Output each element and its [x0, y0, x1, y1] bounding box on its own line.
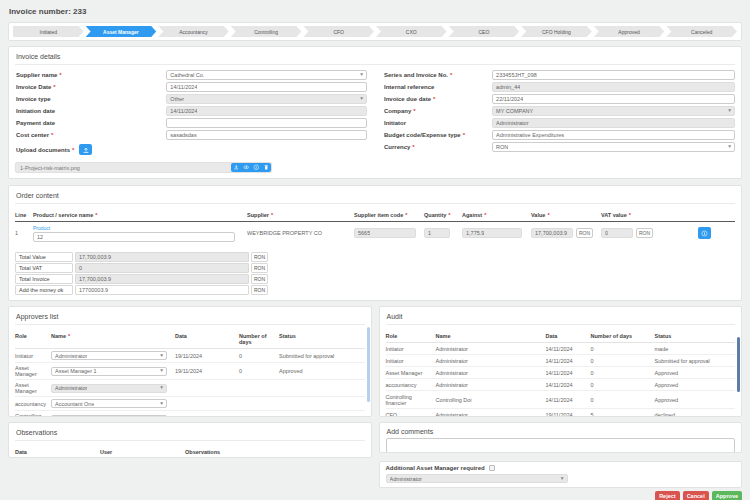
audit-scrollbar[interactable]: [737, 337, 740, 392]
add-comments-title: Add comments: [386, 426, 736, 438]
field-label-currency: Currency*: [383, 144, 492, 150]
order-col-vat-value: VAT value*: [601, 212, 679, 218]
total-value-total-value: 17,700,003.9: [75, 252, 249, 262]
required-asterisk: *: [271, 212, 273, 218]
file-eye-button[interactable]: [241, 163, 251, 172]
total-row-total-vat: Total VAT0RON: [15, 263, 735, 273]
supplier-item-code-cell: 5665: [354, 228, 424, 238]
field-label-invoice-date: Invoice Date*: [15, 84, 166, 90]
approvers-col-status: Status: [279, 333, 365, 345]
audit-status: made: [655, 346, 736, 352]
audit-name: Controlling Doi: [436, 397, 546, 403]
page-title: Invoice number: 233: [8, 0, 742, 22]
total-label-total-invoice: Total Invoice: [15, 274, 73, 284]
currency-select[interactable]: RON▾: [492, 142, 735, 152]
audit-role: CFO: [386, 412, 436, 418]
field-row-budget-code-expense-type: Budget code/Expense type*Administrative …: [383, 130, 735, 140]
workflow-step-canceled[interactable]: Canceled: [666, 26, 737, 37]
value-cell: 17,700,003.9RON: [531, 228, 601, 238]
audit-row: accountancyAdministrator14/11/20240Appro…: [386, 379, 736, 391]
audit-days: 0: [591, 397, 655, 403]
approvers-table-header: RoleName*DataNumber of daysStatus: [15, 330, 365, 349]
order-table-body: 1Product12WEYBRIDGE PROPERTY CO566511,77…: [15, 222, 735, 246]
additional-asset-manager-checkbox[interactable]: [489, 465, 495, 471]
workflow-step-approved[interactable]: Approved: [594, 26, 665, 37]
workflow-step-cfo-holding[interactable]: CFO Holding: [521, 26, 592, 37]
supplier-name-select[interactable]: Cathedral Co.▾: [166, 70, 367, 80]
workflow-step-asset-manager[interactable]: Asset Manager: [86, 26, 157, 37]
workflow-step-initiated[interactable]: Initiated: [13, 26, 84, 37]
approver-date: 19/11/2024: [175, 368, 239, 374]
approver-name-select[interactable]: Administrator▾: [51, 351, 167, 360]
audit-card: Audit RoleNameDataNumber of daysStatus I…: [379, 306, 743, 417]
cost-center-input[interactable]: sasadsdas: [166, 130, 367, 140]
invoice-due-date-input[interactable]: 22/11/2024: [492, 94, 735, 104]
cancel-button[interactable]: Cancel: [683, 491, 709, 500]
field-value-invoice-due-date: 22/11/2024: [496, 96, 523, 102]
audit-name: Administrator: [436, 382, 546, 388]
workflow-step-controlling[interactable]: Controlling: [231, 26, 302, 37]
approver-row: Asset ManagerAsset Manager 1▾19/11/20240…: [15, 363, 365, 380]
workflow-step-cxo[interactable]: CXO: [376, 26, 447, 37]
required-asterisk: *: [547, 212, 549, 218]
file-info-button[interactable]: [251, 163, 261, 172]
field-value-budget-code-expense-type: Administrative Expenditures: [496, 132, 564, 138]
required-asterisk: *: [448, 212, 450, 218]
chevron-down-icon: ▾: [160, 353, 163, 359]
approver-status: Submitted for approval: [279, 353, 365, 359]
additional-asset-manager-select[interactable]: Administrator ▾: [386, 474, 568, 483]
product-link[interactable]: Product: [33, 225, 50, 231]
approver-name-select[interactable]: Asset Manager 1▾: [51, 367, 167, 376]
file-trash-button[interactable]: [261, 163, 271, 172]
reject-button[interactable]: Reject: [655, 491, 680, 500]
approver-name-select[interactable]: Accountant One▾: [51, 399, 167, 408]
required-asterisk: *: [413, 108, 415, 114]
approver-role: Asset Manager: [15, 365, 51, 377]
workflow-step-cfo[interactable]: CFO: [303, 26, 374, 37]
approvers-col-role: Role: [15, 333, 51, 345]
approver-name-select[interactable]: Controlling Do▾: [51, 415, 167, 418]
approve-button[interactable]: Approve: [712, 491, 742, 500]
initiator-input: Administrator: [492, 118, 735, 128]
series-and-invoice-no-input[interactable]: 233455JHT_098: [492, 70, 735, 80]
file-download-button[interactable]: [231, 163, 241, 172]
workflow-step-accountancy[interactable]: Accountancy: [158, 26, 229, 37]
chevron-down-icon: ▾: [160, 368, 163, 374]
required-asterisk: *: [484, 212, 486, 218]
order-line-info-button[interactable]: [698, 227, 711, 239]
order-col-value: Value*: [531, 212, 601, 218]
approvers-scrollbar[interactable]: [367, 327, 370, 402]
chevron-down-icon: ▾: [561, 476, 564, 482]
comments-textarea[interactable]: [386, 438, 736, 453]
order-table-header: LineProduct / service name*Supplier*Supp…: [15, 209, 735, 222]
field-row-supplier-name: Supplier name*Cathedral Co.▾: [15, 70, 367, 80]
invoice-date-input[interactable]: 14/11/2024: [166, 82, 367, 92]
audit-status: Submitted for approval: [655, 358, 736, 364]
upload-documents-button[interactable]: [79, 144, 92, 155]
required-asterisk: *: [629, 212, 631, 218]
total-label-total-value: Total Value: [15, 252, 73, 262]
approver-name-value: Accountant One: [55, 401, 94, 407]
product-name-input[interactable]: 12: [33, 232, 235, 242]
bottom-left-column: Observations DataUserObservations: [8, 422, 372, 458]
field-value-internal-reference: admin_44: [496, 84, 520, 90]
payment-date-input[interactable]: [166, 118, 367, 128]
approver-name-value: Asset Manager 1: [55, 368, 97, 374]
field-row-invoice-type: Invoice typeOther▾: [15, 94, 367, 104]
field-label-series-and-invoice-no: Series and Invoice No.*: [383, 72, 492, 78]
audit-table-header: RoleNameDataNumber of daysStatus: [386, 330, 736, 343]
quantity-input: 1: [424, 228, 450, 238]
trash-icon: [263, 164, 270, 171]
order-col-line: Line: [15, 212, 33, 218]
order-content-title: Order content: [15, 189, 735, 204]
approver-status: Approved: [279, 368, 365, 374]
audit-days: 0: [591, 346, 655, 352]
audit-date: 14/11/2024: [546, 370, 591, 376]
approver-name-value: Controlling Do: [55, 416, 90, 417]
workflow-step-ceo[interactable]: CEO: [449, 26, 520, 37]
initiation-date-input: 14/11/2024: [166, 106, 367, 116]
total-value-add-the-money-ok[interactable]: 17700003.9: [75, 285, 249, 295]
field-label-company: Company*: [383, 108, 492, 114]
audit-role: Initiator: [386, 346, 436, 352]
budget-code-expense-type-input[interactable]: Administrative Expenditures: [492, 130, 735, 140]
